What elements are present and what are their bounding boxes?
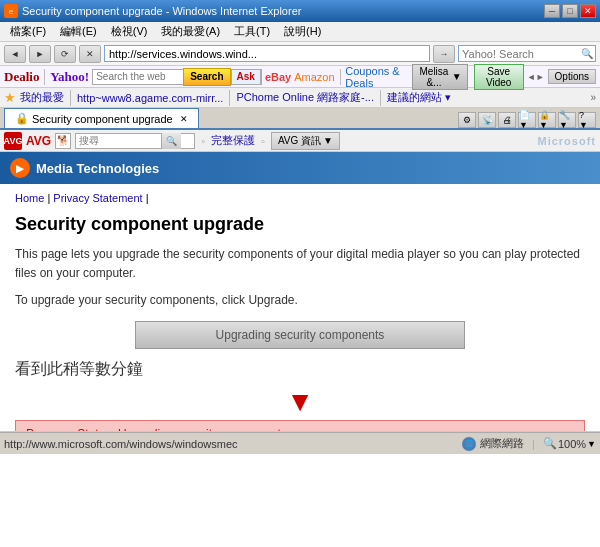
tab-controls: ⚙ 📡 🖨 📄 ▼ 🔒 ▼ 🔧 ▼ ? ▼ xyxy=(458,112,596,128)
menu-tools[interactable]: 工具(T) xyxy=(228,23,276,40)
amazon-link[interactable]: Amazon xyxy=(294,71,334,83)
menu-file[interactable]: 檔案(F) xyxy=(4,23,52,40)
go-button[interactable]: → xyxy=(433,45,455,63)
favorites-item-3[interactable]: 建議的網站 ▾ xyxy=(387,90,451,105)
tab-page-button[interactable]: 📄 ▼ xyxy=(518,112,536,128)
fav-sep xyxy=(70,90,71,106)
avg-logo-text: AVG xyxy=(26,134,51,148)
tab-settings-button[interactable]: ⚙ xyxy=(458,112,476,128)
privacy-link[interactable]: Privacy Statement xyxy=(53,192,142,204)
upgrade-button[interactable]: Upgrading security components xyxy=(135,321,466,349)
menu-edit[interactable]: 編輯(E) xyxy=(54,23,103,40)
refresh-button[interactable]: ⟳ xyxy=(54,45,76,63)
maximize-button[interactable]: □ xyxy=(562,4,578,18)
home-link[interactable]: Home xyxy=(15,192,44,204)
favorites-bar: ★ 我的最愛 http~www8.agame.com-mirr... PChom… xyxy=(0,88,600,108)
save-video-button[interactable]: Save Video xyxy=(474,64,524,90)
progress-status: Progress Status: Upgrading security comp… xyxy=(15,420,585,432)
ask-button[interactable]: Ask xyxy=(231,69,261,85)
separator xyxy=(44,69,45,85)
favorites-star: ★ xyxy=(4,90,16,105)
separator2 xyxy=(340,69,341,85)
page-header: ▶ Media Technologies xyxy=(0,152,600,184)
avg-search-input[interactable] xyxy=(76,135,161,146)
minimize-button[interactable]: ─ xyxy=(544,4,560,18)
favorites-item-1[interactable]: http~www8.agame.com-mirr... xyxy=(77,92,223,104)
dropdown-arrow: ▼ xyxy=(452,71,462,82)
microsoft-watermark: Microsoft xyxy=(344,135,596,147)
back-button[interactable]: ◄ xyxy=(4,45,26,63)
ie-icon: e xyxy=(4,4,18,18)
forward-button[interactable]: ► xyxy=(29,45,51,63)
coupons-link[interactable]: Coupons & Deals xyxy=(345,65,409,89)
status-url: http://www.microsoft.com/windows/windows… xyxy=(4,438,458,450)
menu-view[interactable]: 檢視(V) xyxy=(105,23,154,40)
favorites-item-0[interactable]: 我的最愛 xyxy=(20,90,64,105)
ebay-link[interactable]: eBay xyxy=(265,71,291,83)
window-title: Security component upgrade - Windows Int… xyxy=(22,5,301,17)
dealio-logo: Dealio xyxy=(4,69,39,85)
nav-sep2: | xyxy=(146,192,149,204)
menu-favorites[interactable]: 我的最愛(A) xyxy=(155,23,226,40)
avg-info-arrow: ▼ xyxy=(323,135,333,146)
close-button[interactable]: ✕ xyxy=(580,4,596,18)
title-bar: e Security component upgrade - Windows I… xyxy=(0,0,600,22)
address-input[interactable] xyxy=(104,45,430,62)
avg-search-button[interactable]: 🔍 xyxy=(161,133,181,149)
status-right: 🌐 網際網路 | 🔍 100% ▼ xyxy=(462,436,596,451)
save-video-sep: ◄► xyxy=(527,72,545,82)
upgrade-button-area: Upgrading security components xyxy=(15,321,585,349)
page-header-title: Media Technologies xyxy=(36,161,159,176)
globe-icon: 🌐 xyxy=(462,437,476,451)
chinese-wait-text: 看到此稍等數分鐘 xyxy=(15,359,585,380)
tab-tools-button[interactable]: 🔧 ▼ xyxy=(558,112,576,128)
tab-print-button[interactable]: 🖨 xyxy=(498,112,516,128)
avg-complete-protect[interactable]: 完整保護 xyxy=(211,133,255,148)
avg-toolbar: AVG AVG 🐕 🔍 ◦ 完整保護 ◦ AVG 資訊 ▼ Microsoft xyxy=(0,130,600,152)
page-para2: To upgrade your security components, cli… xyxy=(15,291,585,310)
search-icon: 🔍 xyxy=(579,48,595,59)
page-para1: This page lets you upgrade the security … xyxy=(15,245,585,283)
nav-links: Home | Privacy Statement | xyxy=(15,192,585,204)
tab-close[interactable]: ✕ xyxy=(180,114,188,124)
tab-bar: 🔒 Security component upgrade ✕ ⚙ 📡 🖨 📄 ▼… xyxy=(0,108,600,130)
status-zone: 網際網路 xyxy=(480,436,524,451)
avg-dog-icon[interactable]: 🐕 xyxy=(55,133,71,149)
status-sep: | xyxy=(532,438,535,450)
options-button[interactable]: Options xyxy=(548,69,596,84)
menu-help[interactable]: 說明(H) xyxy=(278,23,327,40)
fav-sep3 xyxy=(380,90,381,106)
avg-logo-icon: AVG xyxy=(4,132,22,150)
down-arrow-area: ▼ xyxy=(15,388,585,416)
avg-info-button[interactable]: AVG 資訊 ▼ xyxy=(271,132,340,150)
melisa-label: Melisa &... xyxy=(418,66,450,88)
yahoo-search-input[interactable] xyxy=(93,71,183,82)
down-arrow-icon: ▼ xyxy=(286,386,314,417)
melisa-button[interactable]: Melisa &... ▼ xyxy=(412,64,468,90)
stop-button[interactable]: ✕ xyxy=(79,45,101,63)
address-bar: ◄ ► ⟳ ✕ → 🔍 xyxy=(0,42,600,66)
zoom-control: 🔍 100% ▼ xyxy=(543,437,596,450)
fav-sep2 xyxy=(229,90,230,106)
zoom-icon: 🔍 xyxy=(543,437,557,450)
favorites-more[interactable]: » xyxy=(590,92,596,103)
media-icon: ▶ xyxy=(10,158,30,178)
avg-sep2: ◦ xyxy=(261,135,265,147)
avg-info-label: AVG 資訊 xyxy=(278,134,321,148)
tab-security-button[interactable]: 🔒 ▼ xyxy=(538,112,556,128)
active-tab[interactable]: 🔒 Security component upgrade ✕ xyxy=(4,108,199,128)
tab-rss-button[interactable]: 📡 xyxy=(478,112,496,128)
avg-search-box: 🔍 xyxy=(75,133,195,149)
favorites-item-2[interactable]: PChome Online 網路家庭-... xyxy=(236,90,374,105)
menu-bar: 檔案(F) 編輯(E) 檢視(V) 我的最愛(A) 工具(T) 說明(H) xyxy=(0,22,600,42)
zoom-arrow[interactable]: ▼ xyxy=(587,439,596,449)
search-input[interactable] xyxy=(459,48,579,60)
main-content: ▶ Media Technologies Home | Privacy Stat… xyxy=(0,152,600,432)
tab-help-button[interactable]: ? ▼ xyxy=(578,112,596,128)
avg-sep: ◦ xyxy=(201,135,205,147)
status-bar: http://www.microsoft.com/windows/windows… xyxy=(0,432,600,454)
tab-icon: 🔒 xyxy=(15,112,29,125)
yahoo-search-button[interactable]: Search xyxy=(183,68,230,86)
search-box: 🔍 xyxy=(458,45,596,62)
yahoo-toolbar: Dealio Yahoo! Search Ask eBay Amazon Cou… xyxy=(0,66,600,88)
